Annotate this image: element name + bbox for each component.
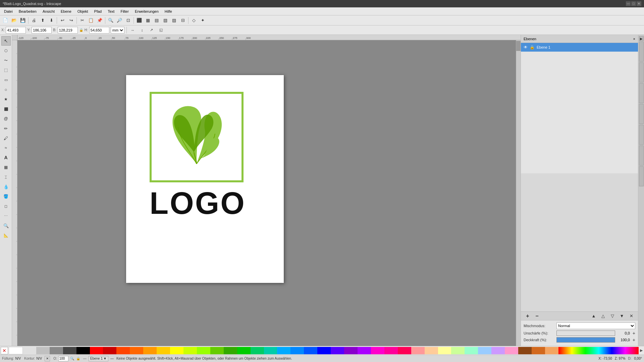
palette-swatch-teal[interactable] <box>264 347 277 354</box>
palette-swatch-light-teal[interactable] <box>465 347 478 354</box>
align-middle-button[interactable]: ▨ <box>170 16 178 24</box>
star-tool[interactable]: ★ <box>1 95 11 104</box>
circle-tool[interactable]: ○ <box>1 85 11 94</box>
right-tab-2[interactable] <box>639 42 644 62</box>
window-controls[interactable]: — □ ✕ <box>626 1 641 6</box>
layer-lock-icon[interactable]: 🔒 <box>530 45 535 50</box>
menu-text[interactable]: Text <box>105 9 117 14</box>
palette-swatch-dred[interactable] <box>103 347 116 354</box>
palette-swatch-red-orange[interactable] <box>116 347 130 354</box>
palette-swatch-dark-blue[interactable] <box>304 347 317 354</box>
palette-swatch-peach[interactable] <box>425 347 438 354</box>
palette-swatch-green[interactable] <box>224 347 237 354</box>
minimize-button[interactable]: — <box>626 1 631 6</box>
palette-swatch-rose[interactable] <box>398 347 411 354</box>
3d-tool[interactable]: ⬛ <box>1 104 11 114</box>
palette-swatch-gradient4[interactable] <box>599 347 612 354</box>
fill-close-button[interactable]: ✕ <box>45 356 50 361</box>
palette-swatch-light-blue[interactable] <box>478 347 491 354</box>
palette-swatch-green-lime[interactable] <box>210 347 224 354</box>
status-opacity-icon[interactable]: 🔍 <box>70 356 74 361</box>
redo-button[interactable]: ↪ <box>67 16 75 24</box>
export-button[interactable]: ⬇ <box>47 16 55 24</box>
palette-swatch-gray[interactable] <box>50 347 63 354</box>
copy-button[interactable]: 📋 <box>87 16 95 24</box>
height-input[interactable] <box>89 27 109 34</box>
palette-scroll-right[interactable]: ▶ <box>639 347 644 354</box>
zoom-fit-button[interactable]: ⊡ <box>124 16 132 24</box>
layer-options-button[interactable]: ✕ <box>627 312 635 320</box>
import-button[interactable]: ⬆ <box>39 16 47 24</box>
palette-swatch-silver[interactable] <box>36 347 50 354</box>
transform-btn3[interactable]: ↗ <box>148 26 156 34</box>
palette-swatch-purple[interactable] <box>344 347 358 354</box>
palette-swatch-gradient3[interactable] <box>585 347 599 354</box>
tweak-tool[interactable]: 〜 <box>1 56 11 65</box>
add-layer-button[interactable]: + <box>524 312 532 320</box>
palette-swatch-light-pink[interactable] <box>505 347 518 354</box>
right-tab-7[interactable] <box>639 145 644 166</box>
palette-swatch-gradient1[interactable] <box>558 347 572 354</box>
align-right-button[interactable]: ▤ <box>153 16 161 24</box>
palette-swatch-pink-magenta[interactable] <box>371 347 384 354</box>
open-button[interactable]: 📂 <box>10 16 18 24</box>
eraser-tool[interactable]: ◻ <box>1 201 11 211</box>
menu-ansicht[interactable]: Ansicht <box>40 9 57 14</box>
menu-bearbeiten[interactable]: Bearbeiten <box>16 9 39 14</box>
palette-swatch-light-purple[interactable] <box>491 347 505 354</box>
opacity-plus[interactable]: + <box>633 337 635 343</box>
y-coord-input[interactable] <box>32 27 52 34</box>
paste-button[interactable]: 📌 <box>96 16 104 24</box>
right-tab-6[interactable] <box>639 125 644 145</box>
layer-down-button[interactable]: ▽ <box>608 312 616 320</box>
layer-down2-button[interactable]: ▼ <box>618 312 626 320</box>
palette-swatch-light-yellow[interactable] <box>438 347 451 354</box>
palette-swatch-blue[interactable] <box>290 347 304 354</box>
gradient-tool[interactable]: ▦ <box>1 163 11 172</box>
palette-swatch-gradient6[interactable] <box>625 347 639 354</box>
right-tab-3[interactable] <box>639 62 644 82</box>
right-tab-1[interactable]: ▶ <box>639 36 644 41</box>
x-coord-input[interactable] <box>6 27 26 34</box>
blur-plus[interactable]: + <box>633 330 635 336</box>
palette-swatch-violet[interactable] <box>331 347 344 354</box>
menu-objekt[interactable]: Objekt <box>75 9 91 14</box>
close-button[interactable]: ✕ <box>637 1 641 6</box>
canvas-page[interactable]: LOGO <box>126 75 284 283</box>
status-layer-dropdown[interactable]: ▼ <box>103 357 107 360</box>
palette-swatch-orange[interactable] <box>130 347 143 354</box>
palette-swatch-magenta-purple[interactable] <box>358 347 371 354</box>
palette-swatch-yellow-green[interactable] <box>183 347 197 354</box>
calligraphy-tool[interactable]: ≈ <box>1 143 11 153</box>
palette-swatch-yellow-amber[interactable] <box>157 347 170 354</box>
zoom-in-button[interactable]: 🔍 <box>107 16 115 24</box>
spray-tool[interactable]: ⋯ <box>1 211 11 221</box>
status-lock-icon[interactable]: 🔒 <box>76 356 80 361</box>
palette-swatch-sandy-brown[interactable] <box>545 347 558 354</box>
status-layer-badge[interactable]: Ebene 1 ▼ <box>89 356 108 361</box>
zoom-glass-tool[interactable]: 🔍 <box>1 221 11 230</box>
palette-swatch-black[interactable] <box>76 347 90 354</box>
palette-swatch-gradient5[interactable] <box>612 347 625 354</box>
zoom-tool[interactable]: ⬚ <box>1 65 11 75</box>
palette-swatch-light-red[interactable] <box>411 347 425 354</box>
palette-swatch-light-lime[interactable] <box>451 347 465 354</box>
menu-hilfe[interactable]: Hilfe <box>162 9 175 14</box>
palette-swatch-yellow[interactable] <box>170 347 183 354</box>
palette-swatch-amber[interactable] <box>143 347 157 354</box>
menu-ebene[interactable]: Ebene <box>58 9 74 14</box>
canvas-area[interactable]: -125 -100 -75 -50 -25 0 25 <box>12 35 521 346</box>
palette-swatch-bright-green[interactable] <box>237 347 251 354</box>
layer-visibility-icon[interactable]: 👁 <box>524 45 528 50</box>
layers-panel-close[interactable]: × <box>633 37 635 41</box>
save-button[interactable]: 💾 <box>19 16 27 24</box>
new-button[interactable]: 📄 <box>1 16 9 24</box>
menu-erweiterungen[interactable]: Erweiterungen <box>132 9 161 14</box>
path-button[interactable]: ✦ <box>199 16 207 24</box>
palette-swatch-red[interactable] <box>90 347 103 354</box>
transform-btn1[interactable]: ↔ <box>129 26 137 34</box>
palette-swatch-chocolate[interactable] <box>532 347 545 354</box>
cut-button[interactable]: ✂ <box>78 16 86 24</box>
align-center-button[interactable]: ▦ <box>144 16 152 24</box>
transform-btn2[interactable]: ↕ <box>138 26 146 34</box>
